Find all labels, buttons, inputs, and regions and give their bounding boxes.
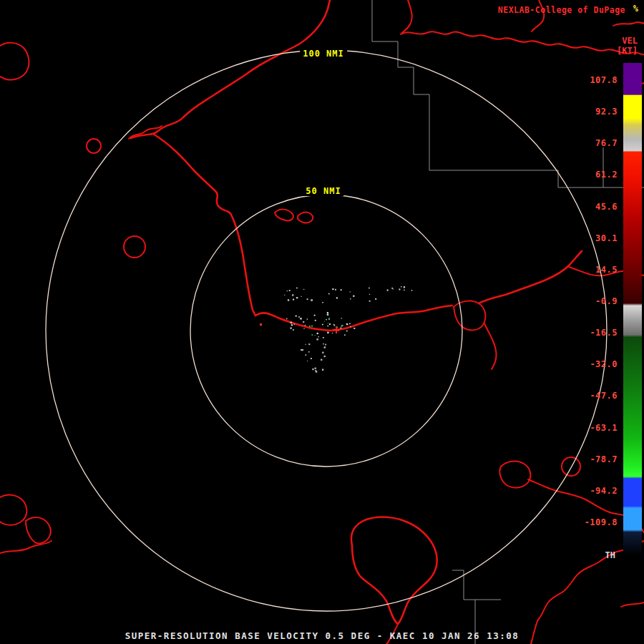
lake-east — [454, 301, 485, 331]
radar-display: NEXLAB-College of DuPage % 100 NMI 50 NM… — [0, 0, 644, 644]
squiggle-top-right-main — [401, 31, 644, 54]
range-ring-label-50nmi: 50 NMI — [303, 186, 343, 196]
radar-site-marker — [333, 326, 340, 333]
coastline-to-center — [153, 134, 255, 316]
colorbar-tick-label: 107.8 — [590, 75, 618, 85]
colorbar-tick-label: 14.5 — [595, 265, 618, 275]
red-echo-speck — [260, 323, 262, 326]
velocity-echoes — [284, 286, 412, 373]
line-southeast-b — [531, 541, 644, 644]
blob-southeast — [499, 462, 530, 488]
range-ring-label-100nmi: 100 NMI — [300, 49, 347, 59]
colorbar-tick-label: 45.6 — [595, 202, 618, 212]
velocity-colorbar — [623, 63, 642, 555]
colorbar-tick-label: -32.0 — [590, 359, 618, 369]
colorbar-tick-label: -94.2 — [590, 486, 618, 496]
line-corner-southeast — [621, 602, 644, 607]
product-caption: SUPER-RESOLUTION BASE VELOCITY 0.5 DEG -… — [0, 630, 644, 641]
colorbar-unit-bracket: [KT] — [617, 46, 638, 56]
colorbar-tick-label: -0.9 — [595, 296, 618, 306]
coastline-northeast-branch — [479, 251, 582, 303]
colorbar-tick-label: 92.3 — [595, 107, 618, 117]
boundary-line-north — [372, 0, 644, 187]
small-lake-circle-1 — [87, 139, 101, 153]
blob-bottomleft-a — [0, 494, 26, 525]
radar-map-canvas — [0, 0, 644, 644]
colorbar-tick-label: -78.7 — [590, 454, 618, 464]
small-lake-circle-3 — [562, 457, 580, 476]
coastline-central — [255, 306, 452, 331]
cod-logo-icon: % — [633, 4, 638, 14]
colorbar-tick-label: -16.5 — [590, 328, 618, 338]
island-a — [275, 210, 293, 221]
island-b — [298, 213, 313, 223]
coastline-northwest-arc — [131, 0, 330, 138]
colorbar-tick-label: 61.2 — [595, 170, 618, 180]
colorbar-tick-label: -63.1 — [590, 423, 618, 433]
small-lake-circle-2 — [124, 236, 145, 258]
squiggle-top-right-d — [613, 22, 644, 26]
colorbar-tick-label: 76.7 — [595, 138, 618, 148]
colorbar-tick-label: -109.8 — [585, 517, 618, 527]
river-south-of-lake — [484, 323, 497, 369]
colorbar-unit-label: VEL — [622, 36, 638, 46]
squiggle-top-right-b — [401, 0, 412, 34]
colorbar-tick-label: 30.1 — [595, 233, 618, 243]
blob-topleft — [0, 43, 29, 80]
page-title: NEXLAB-College of DuPage — [498, 5, 625, 15]
lagoon-south — [351, 517, 437, 624]
colorbar-threshold-label: TH — [605, 550, 615, 560]
blob-bottomleft-b — [26, 517, 51, 544]
colorbar-tick-label: -47.6 — [590, 391, 618, 401]
